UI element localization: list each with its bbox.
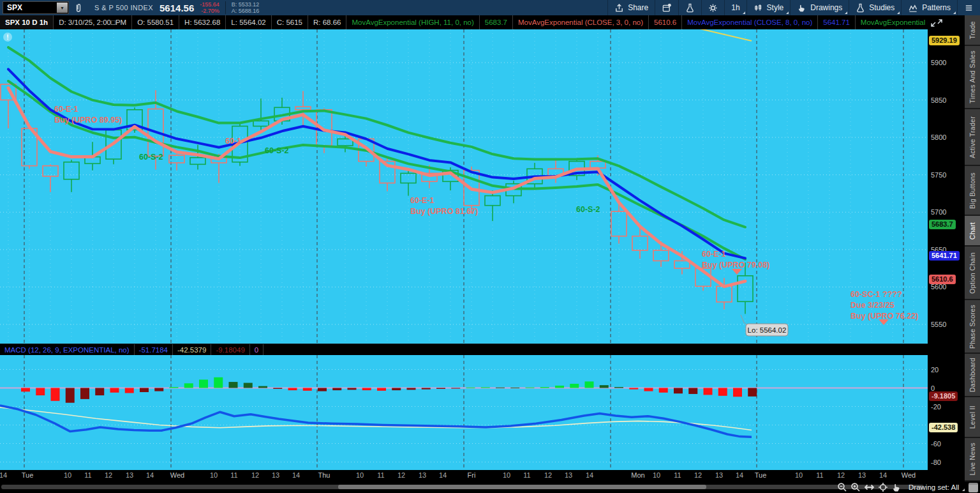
study-value: 5683.7 xyxy=(480,15,513,29)
axis-tick: 20 xyxy=(931,365,939,374)
symbol-input[interactable]: SPX ▼ xyxy=(3,1,69,14)
drawings-button[interactable]: Drawings xyxy=(790,0,849,15)
time-axis-label: 12 xyxy=(397,471,405,479)
time-axis-label: 13 xyxy=(126,471,133,479)
sidebar-tab-label: Level II xyxy=(969,406,976,429)
style-button[interactable]: Style xyxy=(746,0,791,15)
last-price: 5614.56 xyxy=(160,3,194,13)
pan-horizontal-icon[interactable] xyxy=(864,482,875,492)
zigzag-icon xyxy=(908,3,918,13)
timeframe-button[interactable]: 1h xyxy=(724,0,746,15)
zoom-out-icon[interactable] xyxy=(837,482,847,492)
sidebar-tab-active-trader[interactable]: Active Trader xyxy=(965,109,980,165)
time-axis-label: 11 xyxy=(230,471,237,479)
svg-text:Buy (UPRO 79.08): Buy (UPRO 79.08) xyxy=(702,261,769,269)
study-label[interactable]: MovAvgExponential (HIGH, 11, 0, no) xyxy=(346,15,479,29)
study-label[interactable]: MovAvgExponential (CLOSE, 3, 0, no) xyxy=(513,15,649,29)
macd-value: -51.7184 xyxy=(135,344,173,356)
crosshair-icon[interactable] xyxy=(878,482,888,492)
time-axis-label: 14 xyxy=(586,471,593,479)
bid-ask: B: 5533.12 A: 5688.16 xyxy=(225,1,260,14)
svg-text:Due 3/23/25: Due 3/23/25 xyxy=(850,301,895,310)
time-axis-label: 13 xyxy=(419,471,426,479)
macd-study-label[interactable]: MACD (12, 26, 9, EXPONENTIAL, no) xyxy=(0,344,135,356)
svg-text:60-S-2: 60-S-2 xyxy=(139,153,163,162)
price-chart[interactable]: 60-E-1Buy (UPRO 89.95)60-S-260-160-S-260… xyxy=(0,29,928,344)
price-axis[interactable]: 590058505800575057005650560055505929.195… xyxy=(928,29,963,482)
drawing-set-selector[interactable]: Drawing set: All xyxy=(909,483,965,491)
macd-value: -9.18049 xyxy=(211,344,249,356)
svg-text:Buy (UPRO 89.95): Buy (UPRO 89.95) xyxy=(54,116,122,125)
sidebar-tab-big-buttons[interactable]: Big Buttons xyxy=(965,166,980,215)
calendar-alert-button[interactable] xyxy=(655,0,678,15)
axis-tick: -60 xyxy=(931,439,941,448)
price-change: -155.64 -2.70% xyxy=(200,1,219,14)
sidebar-tab-label: Times And Sales xyxy=(969,50,976,103)
flask-button[interactable] xyxy=(678,0,701,15)
time-axis-label: 11 xyxy=(523,471,530,479)
study-label[interactable]: MovAvgExponential (CLOSE, 8, 0, no) xyxy=(682,15,818,29)
share-arrow-icon xyxy=(614,3,624,13)
axis-tick: 5700 xyxy=(931,208,946,216)
svg-text:Buy (UPRO 81.67): Buy (UPRO 81.67) xyxy=(410,207,478,216)
study-value: 5610.6 xyxy=(649,15,682,29)
time-axis-label: Wed xyxy=(170,471,184,479)
time-axis-label: 13 xyxy=(565,471,572,479)
paperclip-icon[interactable] xyxy=(69,0,88,15)
menu-button[interactable] xyxy=(957,0,980,15)
ohlc-field: O: 5580.51 xyxy=(132,15,179,29)
chart-scrollbar-thumb[interactable] xyxy=(338,485,706,489)
axis-tick: 5850 xyxy=(931,96,946,105)
sidebar-tab-option-chain[interactable]: Option Chain xyxy=(965,247,980,299)
sidebar-tab-phase-scores[interactable]: Phase Scores xyxy=(965,300,980,353)
axis-tick: 5600 xyxy=(931,282,946,291)
patterns-button[interactable]: Patterns xyxy=(901,0,957,15)
right-sidebar-tabs: TradeTimes And SalesActive TraderBig But… xyxy=(963,15,980,482)
time-axis-label: Tue xyxy=(22,471,34,479)
time-axis-label: 10 xyxy=(356,471,364,479)
chart-header-row: SPX 10 D 1h D: 3/10/25, 2:00□PMO: 5580.5… xyxy=(0,15,928,29)
time-axis-label: 14 xyxy=(879,471,887,479)
time-axis-label: 12 xyxy=(105,471,112,479)
time-axis-label: 13 xyxy=(715,471,723,479)
zoom-in-icon[interactable] xyxy=(850,482,861,492)
sidebar-tab-level-ii[interactable]: Level II xyxy=(965,397,980,436)
svg-text:60-1: 60-1 xyxy=(225,137,241,146)
hand-icon[interactable] xyxy=(891,482,902,492)
sidebar-tab-label: Active Trader xyxy=(969,116,976,158)
sidebar-tab-chart[interactable]: Chart xyxy=(965,216,980,245)
ohlc-field: L: 5564.02 xyxy=(226,15,271,29)
axis-price-badge: -42.538 xyxy=(929,423,958,432)
time-axis-label: 14 xyxy=(292,471,300,479)
sidebar-tab-trade[interactable]: Trade xyxy=(965,15,980,45)
studies-button[interactable]: Studies xyxy=(849,0,901,15)
svg-text:Buy (UPRO 76.22): Buy (UPRO 76.22) xyxy=(850,312,918,321)
time-axis-label: 10 xyxy=(64,471,71,479)
axis-tick: 5550 xyxy=(931,320,946,329)
restore-panel-button[interactable] xyxy=(969,483,978,492)
settings-button[interactable] xyxy=(701,0,724,15)
sidebar-tab-dashboard[interactable]: Dashboard xyxy=(965,354,980,396)
resize-arrows-icon[interactable] xyxy=(929,17,944,29)
time-axis[interactable]: 14Tue1011121314Wed1011121314Thu101112131… xyxy=(0,470,928,482)
chevron-down-icon[interactable]: ▼ xyxy=(57,3,68,13)
time-axis-label: 14 xyxy=(146,471,154,479)
svg-text:60-S-2: 60-S-2 xyxy=(265,146,289,155)
sidebar-tab-live-news[interactable]: Live News xyxy=(965,438,980,480)
chart-scrollbar[interactable] xyxy=(1,485,924,489)
sidebar-tab-times-and-sales[interactable]: Times And Sales xyxy=(965,46,980,108)
axis-price-badge: 5610.6 xyxy=(929,275,956,284)
thinkorswim-chart-window: SPX ▼ S & P 500 INDEX 5614.56 -155.64 -2… xyxy=(0,0,980,493)
gear-icon xyxy=(708,3,718,13)
sidebar-tab-label: Dashboard xyxy=(969,358,976,392)
calendar-alert-icon xyxy=(662,3,672,13)
zoom-controls: Drawing set: All xyxy=(837,482,965,492)
exclamation-circle-icon[interactable]: ! xyxy=(3,33,12,42)
macd-chart[interactable] xyxy=(0,355,928,470)
time-axis-label: 14 xyxy=(0,471,7,479)
share-button[interactable]: Share xyxy=(607,0,655,15)
svg-text:Lo: 5564.02: Lo: 5564.02 xyxy=(748,326,787,334)
time-axis-label: 12 xyxy=(694,471,702,479)
study-label[interactable]: MovAvgExponential (LOW, 11, 0, no) xyxy=(856,15,928,29)
time-axis-label: 10 xyxy=(795,471,803,479)
